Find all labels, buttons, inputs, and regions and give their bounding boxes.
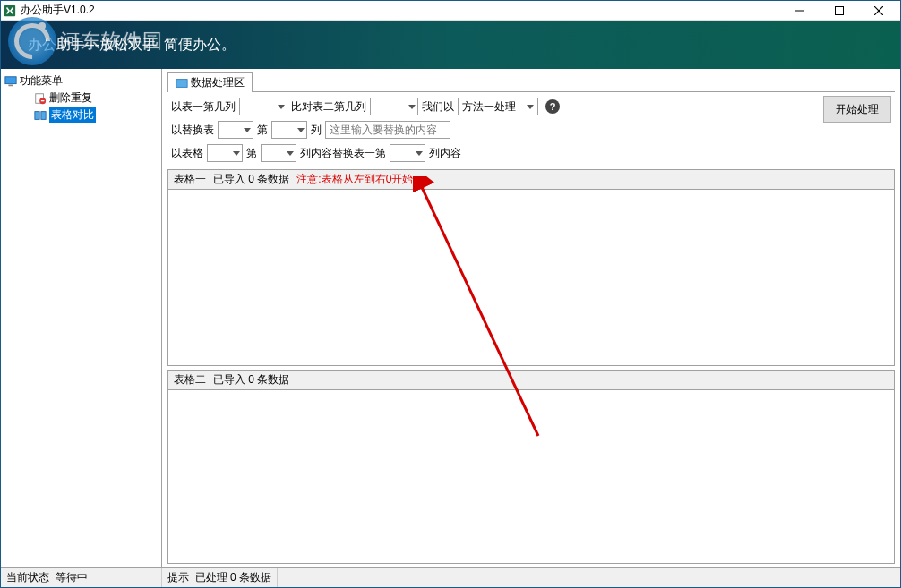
- sidebar-item-label: 删除重复: [49, 90, 92, 106]
- status-hint: 提示 已处理 0 条数据: [162, 568, 278, 587]
- folder-icon: [176, 77, 188, 89]
- compare-icon: [34, 109, 47, 122]
- tab-data-processing[interactable]: 数据处理区: [167, 72, 253, 92]
- controls-area: 以表一第几列 比对表二第几列 我们以 方法一处理 ? 以替换表 第 列 以表格 …: [167, 92, 895, 169]
- delete-icon: [34, 92, 47, 105]
- titlebar: 办公助手V1.0.2: [1, 1, 900, 21]
- tab-label: 数据处理区: [191, 75, 245, 90]
- start-process-button[interactable]: 开始处理: [823, 96, 891, 123]
- label-method: 我们以: [422, 99, 454, 115]
- table1-note: 注意:表格从左到右0开始: [296, 172, 413, 187]
- svg-rect-12: [176, 79, 187, 87]
- table1-list[interactable]: [167, 190, 895, 366]
- monitor-icon: [4, 75, 17, 88]
- status-state: 当前状态 等待中: [1, 568, 162, 587]
- select-method[interactable]: 方法一处理: [458, 98, 538, 115]
- select-method-value: 方法一处理: [462, 99, 516, 115]
- tree-root[interactable]: 功能菜单: [3, 72, 159, 89]
- minimize-button[interactable]: [780, 2, 819, 20]
- select-by-table[interactable]: [207, 144, 243, 162]
- app-icon: [3, 4, 17, 18]
- banner: 办公助手---放松双手 简便办公。: [1, 21, 900, 69]
- window-controls: [780, 2, 898, 20]
- help-icon[interactable]: ?: [545, 99, 560, 114]
- status-hint-value: 已处理 0 条数据: [195, 570, 271, 585]
- input-replace-content[interactable]: [325, 121, 450, 139]
- svg-rect-6: [8, 84, 13, 86]
- control-row-1: 以表一第几列 比对表二第几列 我们以 方法一处理 ?: [171, 98, 891, 115]
- label-by-table: 以表格: [171, 146, 203, 161]
- label-replace-t1: 列内容替换表一第: [300, 146, 386, 161]
- select-table2-col[interactable]: [370, 98, 418, 115]
- table2-list[interactable]: [167, 390, 895, 564]
- tree-root-label: 功能菜单: [20, 73, 63, 89]
- tree-connector-icon: ⋯: [21, 93, 31, 103]
- label-column-content: 列内容: [429, 146, 461, 161]
- tree-connector-icon: ⋯: [21, 110, 31, 120]
- label-ordinal: 第: [257, 123, 268, 138]
- select-replace-col[interactable]: [271, 121, 307, 139]
- control-row-3: 以表格 第 列内容替换表一第 列内容: [171, 144, 891, 162]
- sidebar-item-label: 表格对比: [49, 107, 96, 123]
- table2-status: 已导入 0 条数据: [213, 372, 289, 388]
- svg-rect-11: [41, 111, 46, 119]
- status-state-value: 等待中: [56, 570, 88, 585]
- label-table2-col: 比对表二第几列: [291, 99, 366, 115]
- banner-title: 办公助手---放松双手: [28, 36, 157, 55]
- status-hint-label: 提示: [167, 570, 189, 585]
- sidebar-item-table-compare[interactable]: ⋯ 表格对比: [19, 107, 159, 124]
- svg-rect-2: [836, 6, 844, 14]
- select-table1-col[interactable]: [239, 98, 287, 115]
- main-panel: 数据处理区 以表一第几列 比对表二第几列 我们以 方法一处理 ? 以替换表 第 …: [162, 69, 900, 567]
- table1-title: 表格一: [174, 172, 206, 187]
- table2-header: 表格二 已导入 0 条数据: [167, 370, 895, 390]
- table2-section: 表格二 已导入 0 条数据: [167, 370, 895, 564]
- window-title: 办公助手V1.0.2: [21, 3, 780, 18]
- select-by-col[interactable]: [261, 144, 296, 162]
- close-button[interactable]: [859, 2, 898, 20]
- control-row-2: 以替换表 第 列: [171, 121, 891, 139]
- svg-rect-5: [5, 76, 16, 83]
- body-area: 功能菜单 ⋯ 删除重复 ⋯ 表格对比 数据处理区 以表一第几列 比对表二第几列: [1, 69, 900, 567]
- sidebar-item-delete-duplicates[interactable]: ⋯ 删除重复: [19, 89, 159, 107]
- maximize-button[interactable]: [819, 2, 859, 20]
- table2-title: 表格二: [174, 372, 206, 388]
- label-ordinal-2: 第: [246, 146, 257, 161]
- select-replace-table[interactable]: [218, 121, 253, 139]
- label-table1-col: 以表一第几列: [171, 99, 236, 115]
- svg-rect-10: [35, 111, 39, 119]
- table1-status: 已导入 0 条数据: [213, 172, 289, 187]
- label-column: 列: [311, 123, 322, 138]
- table1-section: 表格一 已导入 0 条数据 注意:表格从左到右0开始: [167, 169, 895, 366]
- sidebar: 功能菜单 ⋯ 删除重复 ⋯ 表格对比: [1, 69, 162, 567]
- banner-subtitle: 简便办公。: [164, 36, 236, 55]
- table1-header: 表格一 已导入 0 条数据 注意:表格从左到右0开始: [167, 169, 895, 190]
- tab-header: 数据处理区: [167, 72, 895, 92]
- status-state-label: 当前状态: [6, 570, 49, 585]
- select-target-col[interactable]: [390, 144, 425, 162]
- statusbar: 当前状态 等待中 提示 已处理 0 条数据: [1, 567, 900, 587]
- label-replace-table: 以替换表: [171, 123, 214, 138]
